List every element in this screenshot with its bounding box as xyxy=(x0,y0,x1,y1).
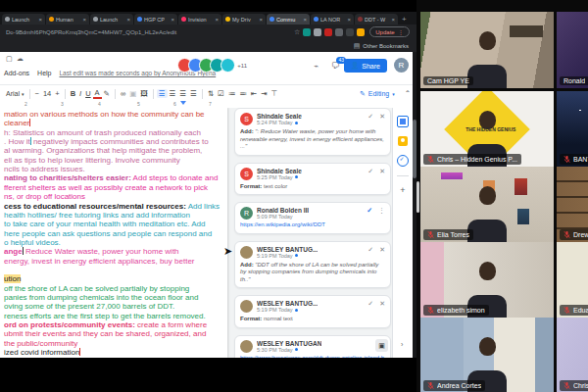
participant-tile[interactable]: BANTU xyxy=(557,91,588,168)
browser-tab[interactable]: Launch× xyxy=(2,14,45,24)
document-line[interactable]: cleaner xyxy=(4,119,225,127)
underline-button[interactable]: U xyxy=(83,89,92,98)
document-line[interactable]: ubmit their events and they can be share… xyxy=(4,329,225,338)
document-line[interactable]: panies from dumping chemicals into the o… xyxy=(4,293,225,302)
new-tab-button[interactable]: + xyxy=(402,14,407,24)
dismiss-x-icon[interactable]: ✕ xyxy=(379,113,385,121)
move-folder-icon[interactable]: ▢ xyxy=(6,55,13,63)
zoom-scrollbar-thumb[interactable] xyxy=(416,181,419,213)
puzzle-extension-icon[interactable] xyxy=(346,28,354,36)
participant-tile[interactable]: Chris xyxy=(557,318,588,392)
browser-tab[interactable]: Human× xyxy=(46,14,89,24)
bold-button[interactable]: B xyxy=(69,89,77,98)
tab-close-icon[interactable]: × xyxy=(259,17,263,23)
font-dropdown-icon[interactable]: ▾ xyxy=(20,91,26,97)
font-size-decrease-button[interactable]: − xyxy=(33,89,41,98)
grey-box-extension-icon[interactable] xyxy=(335,28,343,36)
document-line[interactable]: ution xyxy=(4,274,225,283)
editing-mode-dropdown[interactable]: ✎ Editing ▾ xyxy=(360,90,395,98)
font-family-select[interactable]: Arial xyxy=(6,90,20,97)
dismiss-x-icon[interactable]: ✕ xyxy=(379,246,385,254)
lightbulb-extension-icon[interactable] xyxy=(314,28,321,36)
kebab-menu-icon[interactable]: ⋮ xyxy=(398,28,404,35)
participant-tile[interactable]: Ronald xyxy=(557,12,588,88)
text-color-button[interactable]: A xyxy=(93,88,102,99)
browser-tab[interactable]: LA NOR× xyxy=(311,14,354,24)
resolve-check-icon[interactable]: ✓ xyxy=(368,168,373,175)
comment-card[interactable]: WESLEY BANTUG...5:19 PM Today✓✕Format: n… xyxy=(234,295,391,328)
address-bar[interactable]: Do-9BdmhI6PhQ6PRoKmq3hQmC=4MHW7_QOp1_HL2… xyxy=(6,29,290,35)
document-line[interactable]: ell as tips to help lower littering. Inv… xyxy=(4,156,225,165)
beta-extension-icon[interactable] xyxy=(303,28,311,36)
activity-chart-icon[interactable]: ⌁ xyxy=(314,62,318,71)
document-page[interactable]: mation on various methods on how the com… xyxy=(0,108,227,358)
document-line[interactable]: ns, or drop off locations xyxy=(4,192,225,201)
numbered-list-button[interactable]: ≕ xyxy=(237,89,249,98)
document-line[interactable]: off the shore of LA can be solved partia… xyxy=(4,284,225,293)
browser-tab[interactable]: Commu× xyxy=(267,14,310,24)
calendar-icon[interactable] xyxy=(397,116,409,127)
tab-close-icon[interactable]: × xyxy=(391,17,395,23)
comment-card[interactable]: WESLEY BANTUGAN5:30 PM Todayhttps://www.… xyxy=(234,335,391,359)
comment-card[interactable]: WESLEY BANTUG...5:19 PM Today✓✕Add: "DDT… xyxy=(234,241,391,289)
document-line[interactable]: ange Reduce Water waste, power your home… xyxy=(4,247,225,256)
tab-close-icon[interactable]: × xyxy=(38,17,42,23)
document-line[interactable]: ncils to address issues. xyxy=(4,165,225,173)
resolve-check-icon[interactable]: ✓ xyxy=(368,246,373,254)
red-tb-extension-icon[interactable] xyxy=(324,28,332,36)
participant-tile[interactable]: Drew xyxy=(557,167,588,243)
participant-tile[interactable]: Elia Torres xyxy=(420,167,554,243)
browser-tab[interactable]: Launch× xyxy=(90,14,133,24)
document-line[interactable]: ized covid information xyxy=(4,348,225,357)
chrome-update-button[interactable]: Update ⋮ xyxy=(369,26,409,37)
document-line[interactable]: al warming. Organizations that help miti… xyxy=(4,146,225,155)
browser-tab[interactable]: My Driv× xyxy=(222,14,266,24)
share-button[interactable]: 👤 Share xyxy=(344,59,387,73)
menu-addons[interactable]: Add-ons xyxy=(4,70,29,76)
dismiss-x-icon[interactable]: ✕ xyxy=(379,168,385,175)
participant-tile[interactable]: Cam HGP YE xyxy=(420,12,554,88)
insert-comment-button[interactable]: ▣ xyxy=(127,89,138,98)
dismiss-x-icon[interactable]: ✕ xyxy=(379,300,385,308)
account-avatar[interactable]: R xyxy=(394,58,409,73)
add-addon-button[interactable]: + xyxy=(400,185,405,195)
document-line[interactable]: reness efforts are the first step to get… xyxy=(4,312,225,320)
document-line[interactable]: o helpful videos. xyxy=(4,238,225,247)
document-line[interactable]: to take care of your mental health with … xyxy=(4,220,225,228)
tab-close-icon[interactable]: × xyxy=(82,17,86,23)
font-size-increase-button[interactable]: + xyxy=(53,89,61,98)
align-center-button[interactable]: ☰ xyxy=(168,89,178,98)
participant-tile[interactable]: Andrea Cortes xyxy=(420,318,554,392)
tab-close-icon[interactable]: × xyxy=(171,17,174,23)
tab-close-icon[interactable]: × xyxy=(215,17,219,23)
accept-check-icon[interactable]: ✓ xyxy=(367,207,372,215)
participant-tile[interactable]: THE HIDDEN GENIUSChris – Hidden Genius P… xyxy=(420,91,554,168)
more-options-icon[interactable]: ⋮ xyxy=(378,207,385,215)
font-size-value[interactable]: 14 xyxy=(41,89,53,98)
document-line[interactable]: . How it negatively impacts communities … xyxy=(4,137,225,146)
participant-tile[interactable]: Eduar xyxy=(557,242,588,318)
comment-card[interactable]: SShindale Seale5:25 PM Today✓✕Format: te… xyxy=(234,163,391,196)
document-line[interactable]: mation on various methods on how the com… xyxy=(4,110,225,119)
profile-avatar-icon[interactable] xyxy=(357,28,365,36)
ruler-margin-marker[interactable] xyxy=(180,101,186,105)
collaborator-avatar[interactable] xyxy=(220,58,235,73)
menu-help[interactable]: Help xyxy=(37,70,51,76)
tab-close-icon[interactable]: × xyxy=(126,17,130,23)
collapse-toolbar-icon[interactable]: ⌃ xyxy=(405,89,411,98)
document-line[interactable]: cess to educational resources/mental res… xyxy=(4,202,225,211)
document-line[interactable]: energy, invest in energy efficient appli… xyxy=(4,257,225,266)
comment-card[interactable]: RRonald Bolden III5:09 PM Today✓⋮https:/… xyxy=(234,202,391,234)
document-line[interactable]: nating to charities/shelters easier: Add… xyxy=(4,173,225,182)
document-line[interactable]: the public/community xyxy=(4,339,225,348)
resolve-check-icon[interactable]: ✓ xyxy=(368,113,373,121)
document-line[interactable]: ord on protests/community events: create… xyxy=(4,320,225,329)
document-line[interactable]: oving some of the present 27,000 barrels… xyxy=(4,302,225,311)
align-left-button[interactable]: ☰ xyxy=(157,89,168,98)
indent-increase-button[interactable]: ⇥ xyxy=(259,89,269,98)
clear-formatting-button[interactable]: ⊤ xyxy=(269,89,279,98)
justify-button[interactable]: ☰ xyxy=(188,89,199,98)
comment-link[interactable]: https://www.livescience.com/ddt-dump-cat… xyxy=(240,355,385,359)
indent-decrease-button[interactable]: ⇤ xyxy=(249,89,259,98)
keep-icon[interactable] xyxy=(398,136,408,146)
